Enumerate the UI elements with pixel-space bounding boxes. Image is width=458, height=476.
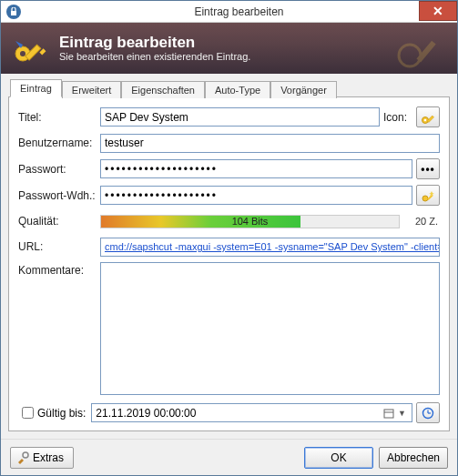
svg-rect-4 [39, 48, 46, 55]
content-area: Eintrag Erweitert Eigenschaften Auto-Typ… [1, 74, 457, 439]
key-watermark-icon [393, 25, 448, 73]
label-titel: Titel: [18, 111, 100, 124]
tab-eigenschaften[interactable]: Eigenschaften [121, 81, 205, 98]
clock-icon [422, 407, 434, 420]
quality-length-text: 20 Z. [400, 216, 440, 227]
svg-point-10 [422, 196, 428, 201]
svg-point-8 [424, 118, 427, 121]
label-comments: Kommentare: [18, 262, 100, 395]
label-username: Benutzername: [18, 137, 100, 149]
generate-password-button[interactable] [416, 185, 440, 206]
title-input[interactable] [100, 107, 380, 127]
dialog-header: Eintrag bearbeiten Sie bearbeiten einen … [1, 23, 457, 74]
expiry-date-input[interactable]: 21.11.2019 00:00:00 ▼ [91, 403, 412, 422]
tab-page-eintrag: Titel: Icon: Benutzername: Passwort: [8, 96, 450, 431]
svg-point-17 [23, 452, 28, 458]
titlebar: Eintrag bearbeiten ✕ [1, 1, 457, 23]
key-icon [421, 110, 435, 125]
window-title: Eintrag bearbeiten [21, 5, 457, 18]
tab-eintrag[interactable]: Eintrag [10, 79, 62, 97]
extras-button[interactable]: Extras [10, 447, 74, 469]
expiry-checkbox[interactable] [22, 407, 34, 419]
calendar-icon [383, 408, 394, 419]
quality-bar: 104 Bits [100, 215, 400, 228]
dialog-window: Eintrag bearbeiten ✕ Eintrag bearbeiten … [0, 0, 458, 476]
close-icon: ✕ [433, 4, 443, 18]
tools-icon [16, 451, 29, 464]
icon-picker-button[interactable] [416, 106, 440, 127]
label-password-repeat: Passwort-Wdh.: [18, 189, 100, 202]
dots-icon: ••• [421, 163, 435, 176]
tab-strip: Eintrag Erweitert Eigenschaften Auto-Typ… [8, 77, 450, 97]
label-expiry: Gültig bis: [37, 407, 86, 420]
svg-point-5 [399, 45, 421, 66]
expiry-date-value: 21.11.2019 00:00:00 [96, 407, 196, 420]
close-button[interactable]: ✕ [419, 1, 457, 21]
label-icon: Icon: [380, 111, 412, 124]
comments-textarea[interactable] [100, 262, 440, 395]
extras-label: Extras [33, 451, 64, 464]
label-url: URL: [18, 240, 100, 253]
quality-bits-text: 104 Bits [101, 216, 399, 228]
key-icon [10, 28, 50, 68]
svg-point-2 [20, 51, 25, 56]
url-value: cmd://sapshcut -maxgui -system=E01 -sysn… [105, 241, 440, 252]
tab-autotype[interactable]: Auto-Type [205, 81, 270, 98]
lock-icon [6, 5, 21, 19]
cancel-button[interactable]: Abbrechen [379, 447, 448, 469]
chevron-down-icon: ▼ [398, 409, 406, 418]
cancel-label: Abbrechen [387, 451, 440, 464]
password-repeat-input[interactable] [100, 186, 412, 205]
key-spark-icon [421, 188, 435, 203]
tab-erweitert[interactable]: Erweitert [62, 81, 121, 98]
toggle-password-visibility-button[interactable]: ••• [416, 158, 440, 179]
svg-rect-12 [384, 410, 393, 418]
tab-vorgaenger[interactable]: Vorgänger [270, 81, 337, 98]
header-subtitle: Sie bearbeiten einen existierenden Eintr… [59, 51, 250, 62]
password-input[interactable] [100, 159, 412, 178]
ok-label: OK [331, 451, 346, 464]
ok-button[interactable]: OK [304, 447, 373, 469]
header-title: Eintrag bearbeiten [59, 35, 250, 52]
expiry-preset-button[interactable] [416, 402, 440, 423]
svg-rect-0 [11, 11, 16, 15]
label-password: Passwort: [18, 163, 100, 176]
header-text-block: Eintrag bearbeiten Sie bearbeiten einen … [59, 35, 250, 63]
url-input[interactable]: cmd://sapshcut -maxgui -system=E01 -sysn… [100, 238, 440, 257]
dialog-footer: Extras OK Abbrechen [1, 439, 457, 475]
label-quality: Qualität: [18, 215, 100, 228]
username-input[interactable] [100, 134, 440, 153]
